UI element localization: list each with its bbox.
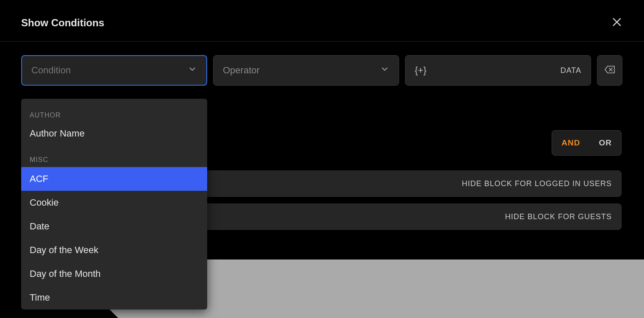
dropdown-option[interactable]: Day of the Month — [21, 262, 207, 286]
dropdown-option[interactable]: Time — [21, 286, 207, 310]
and-toggle[interactable]: AND — [552, 131, 589, 155]
close-icon — [611, 16, 623, 29]
dropdown-group-label: MISC — [21, 148, 207, 167]
chevron-down-icon — [188, 64, 197, 76]
dropdown-group-label: AUTHOR — [21, 99, 207, 123]
dropdown-option[interactable]: ACF — [21, 167, 207, 191]
value-placeholder: {+} — [415, 65, 427, 76]
condition-dropdown: AUTHORAuthor NameMISCACFCookieDateDay of… — [21, 99, 207, 310]
delete-condition-button[interactable] — [597, 55, 622, 86]
data-button-label[interactable]: DATA — [561, 66, 581, 75]
close-button[interactable] — [611, 16, 623, 29]
condition-placeholder: Condition — [31, 65, 71, 76]
operator-select[interactable]: Operator — [213, 55, 399, 86]
condition-select[interactable]: Condition — [21, 55, 207, 86]
hide-block-logged-in-label: HIDE BLOCK FOR LOGGED IN USERS — [462, 179, 612, 188]
dialog-header: Show Conditions — [0, 0, 644, 42]
dropdown-option[interactable]: Day of the Week — [21, 238, 207, 262]
logic-toggle: AND OR — [552, 130, 622, 156]
dropdown-option[interactable]: Cookie — [21, 191, 207, 215]
backspace-icon — [605, 66, 615, 75]
hide-block-guests-label: HIDE BLOCK FOR GUESTS — [505, 212, 612, 221]
dropdown-option[interactable]: Author Name — [21, 123, 207, 148]
chevron-down-icon — [380, 64, 389, 76]
or-toggle[interactable]: OR — [590, 131, 622, 155]
value-input[interactable]: {+} DATA — [405, 55, 591, 86]
condition-builder-row: Condition Operator {+} DATA — [0, 42, 644, 86]
operator-placeholder: Operator — [223, 65, 260, 76]
dialog-title: Show Conditions — [21, 17, 104, 29]
dropdown-option[interactable]: Date — [21, 215, 207, 238]
